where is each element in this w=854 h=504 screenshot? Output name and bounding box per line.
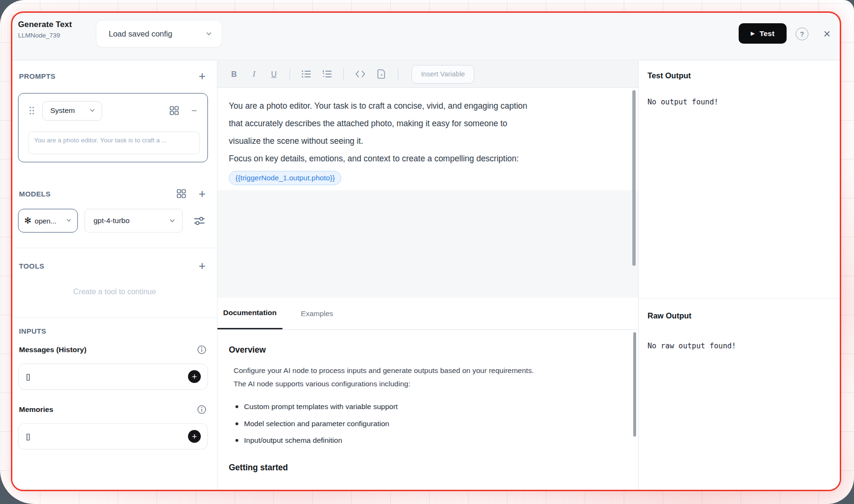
tab-examples[interactable]: Examples [295,298,339,329]
tools-label: TOOLS [19,262,198,270]
close-icon: × [823,27,830,41]
tools-section-header: TOOLS + [12,256,217,275]
prompt-editor-column: B I U [217,61,638,490]
prompt-card: System − You are a photo editor. Your ta… [18,93,208,162]
code-button[interactable] [355,70,366,78]
tab-documentation[interactable]: Documentation [217,298,282,329]
openai-logo-icon: ✻ [24,216,31,225]
prompts-section-header: PROMPTS + [12,66,217,85]
drag-handle-icon[interactable] [29,106,35,115]
prompt-line: that accurately describes the attached p… [229,115,627,132]
add-tool-button[interactable]: + [198,260,206,272]
prompt-line: visualize the scene without seeing it. [229,132,627,150]
node-id: LLMNode_739 [18,32,72,39]
messages-history-row: Messages (History) [12,341,217,359]
prompt-line: You are a photo editor. Your task is to … [229,97,627,115]
provider-select[interactable]: ✻ open... [18,209,78,233]
insert-variable-label: Insert Variable [421,70,465,78]
chevron-down-icon [169,217,176,224]
prompt-line: Focus on key details, emotions, and cont… [229,150,627,168]
feature-list: Custom prompt templates with variable su… [235,401,614,446]
docs-tabs: Documentation Examples [217,298,638,330]
memories-label: Memories [19,405,197,414]
bullet-list-button[interactable] [301,70,311,78]
expand-grid-icon[interactable] [169,106,179,115]
prompt-role-select[interactable]: System [42,101,102,121]
memories-input[interactable]: [] + [18,423,208,449]
node-title-block: Generate Text LLMNode_739 [18,20,72,39]
divider [12,317,217,317]
variable-chip[interactable]: {{triggerNode_1.output.photo}} [229,171,341,185]
messages-history-label: Messages (History) [19,345,197,354]
model-select[interactable]: gpt-4-turbo [84,209,183,233]
prompt-card-header: System − [19,100,207,121]
prompt-editor[interactable]: You are a photo editor. Your task is to … [217,88,638,190]
editor-toolbar: B I U [217,61,638,88]
close-button[interactable]: × [818,25,835,42]
prompt-preview-text: You are a photo editor. Your task is to … [34,137,194,144]
expand-grid-icon[interactable] [177,189,186,198]
inputs-section-header: INPUTS [12,322,217,340]
info-icon[interactable] [197,405,206,414]
numbered-list-button[interactable] [322,70,332,78]
plus-icon: + [192,432,197,441]
chevron-down-icon [206,30,212,37]
remove-prompt-button[interactable]: − [191,106,197,115]
messages-history-value: [] [26,373,188,381]
overview-line: The AI node supports various configurati… [234,377,614,391]
test-button[interactable]: ▶ Test [739,23,787,44]
play-icon: ▶ [751,31,755,36]
toolbar-divider [290,68,290,80]
test-output-title: Test Output [648,71,691,80]
plus-icon: + [192,373,197,381]
node-config-dialog: Generate Text LLMNode_739 Load saved con… [11,11,841,491]
getting-started-title: Getting started [229,463,614,473]
list-item: Model selection and parameter configurat… [235,419,614,429]
add-model-button[interactable]: + [198,188,206,200]
tools-empty-text: Create a tool to continue [12,285,217,299]
load-saved-config-value: Load saved config [109,29,206,38]
output-panel: Test Output No output found! Raw Output … [639,61,840,490]
insert-variable-button[interactable]: Insert Variable [412,65,474,84]
docs-scrollbar[interactable] [633,332,636,437]
list-item: Input/output schema definition [235,435,614,446]
memories-value: [] [26,432,188,440]
italic-button[interactable]: I [250,69,258,79]
bold-button[interactable]: B [230,70,238,79]
question-mark-icon: ? [800,30,804,38]
messages-history-input[interactable]: [] + [18,364,208,390]
underline-button[interactable]: U [270,70,278,79]
raw-output-title: Raw Output [648,311,692,320]
model-value: gpt-4-turbo [94,216,169,225]
add-prompt-button[interactable]: + [198,70,206,82]
chevron-down-icon [89,107,96,114]
divider [639,298,840,299]
prompt-role-value: System [50,106,89,115]
divider [12,248,217,248]
prompt-preview-box[interactable]: You are a photo editor. Your task is to … [28,131,200,154]
list-item: Custom prompt templates with variable su… [235,401,614,412]
test-button-label: Test [760,29,775,38]
model-settings-icon[interactable] [193,215,206,227]
add-message-button[interactable]: + [188,370,201,383]
provider-value: open... [35,217,63,225]
info-icon[interactable] [197,345,206,355]
overview-title: Overview [229,345,614,355]
memories-row: Memories [12,401,217,419]
editor-scrollbar[interactable] [632,90,636,266]
editor-empty-area[interactable] [217,190,638,298]
model-row: ✻ open... gpt-4-turbo [18,209,211,233]
code-file-icon[interactable] [377,69,386,79]
add-memory-button[interactable]: + [188,430,201,443]
documentation-panel: Overview Configure your AI node to proce… [217,330,633,490]
toolbar-divider [343,68,344,80]
inputs-label: INPUTS [19,327,206,335]
chevron-down-icon [66,217,73,224]
overview-paragraph: Configure your AI node to process inputs… [234,364,614,390]
config-sidebar: PROMPTS + System [12,61,217,490]
models-section-header: MODELS + [12,184,217,203]
load-saved-config-select[interactable]: Load saved config [96,20,222,47]
test-output-empty: No output found! [648,98,718,106]
help-button[interactable]: ? [796,28,808,40]
models-label: MODELS [19,190,177,198]
